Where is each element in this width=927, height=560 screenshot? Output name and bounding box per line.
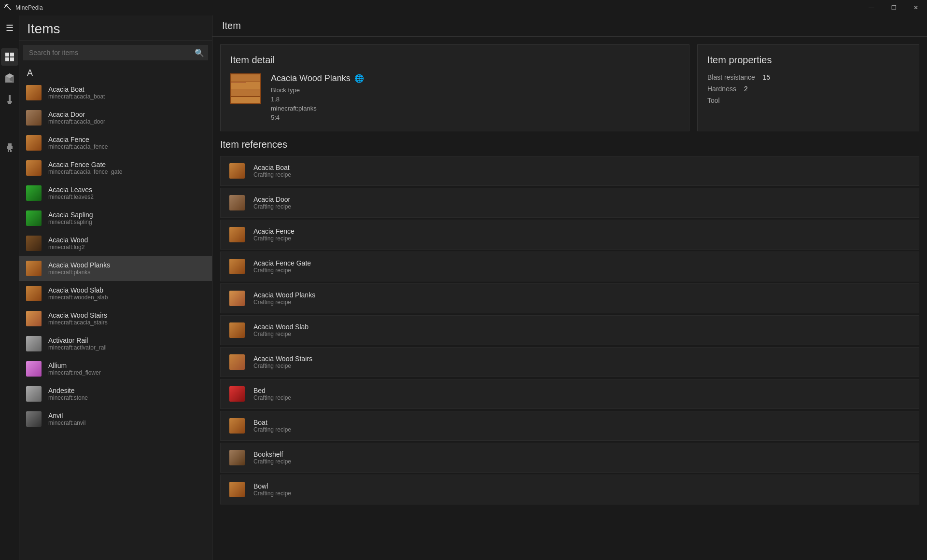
list-item-icon	[25, 285, 42, 302]
list-item-text: Acacia Leaves minecraft:leaves2	[48, 186, 94, 200]
list-item-text: Andesite minecraft:stone	[48, 387, 88, 401]
reference-item[interactable]: Acacia Boat Crafting recipe	[220, 156, 919, 186]
detail-row: Item detail	[220, 44, 919, 131]
reference-type: Crafting recipe	[253, 458, 291, 465]
reference-icon	[228, 449, 246, 466]
right-panel-content: Item detail	[212, 37, 927, 560]
item-detail-title: Item detail	[230, 55, 679, 66]
item-meta: Acacia Wood Planks 🌐 Block type 1.8 mine…	[271, 73, 364, 121]
sidebar-items-icon[interactable]	[1, 48, 18, 66]
list-item-name: Acacia Wood Planks	[48, 261, 110, 269]
reference-icon	[228, 162, 246, 180]
reference-type: Crafting recipe	[253, 331, 309, 337]
hardness-value: 2	[744, 85, 748, 93]
reference-text: Acacia Door Crafting recipe	[253, 196, 291, 210]
sidebar-block-icon[interactable]	[1, 70, 18, 87]
reference-type: Crafting recipe	[253, 490, 291, 497]
list-item[interactable]: Anvil minecraft:anvil	[19, 406, 212, 432]
reference-item[interactable]: Bed Crafting recipe	[220, 379, 919, 409]
list-item-id: minecraft:acacia_stairs	[48, 319, 108, 326]
reference-name: Acacia Wood Stairs	[253, 355, 312, 363]
list-item[interactable]: Acacia Wood Planks minecraft:planks	[19, 256, 212, 281]
search-container: 🔍	[19, 41, 212, 64]
list-item[interactable]: Acacia Fence minecraft:acacia_fence	[19, 130, 212, 155]
titlebar: ⛏ MinePedia — ❐ ✕	[0, 0, 927, 15]
item-version: 1.8	[271, 96, 364, 103]
reference-text: Acacia Boat Crafting recipe	[253, 164, 291, 178]
list-item-name: Acacia Wood Slab	[48, 286, 108, 294]
minimize-button[interactable]: —	[860, 0, 883, 15]
list-item-icon	[25, 84, 42, 101]
list-item-text: Allium minecraft:red_flower	[48, 362, 101, 376]
titlebar-controls: — ❐ ✕	[860, 0, 927, 15]
list-item[interactable]: Acacia Wood Slab minecraft:wooden_slab	[19, 281, 212, 306]
item-name: Acacia Wood Planks 🌐	[271, 73, 364, 84]
list-item[interactable]: Allium minecraft:red_flower	[19, 356, 212, 381]
blast-resistance-row: Blast resistance 15	[707, 73, 909, 81]
list-item[interactable]: Acacia Boat minecraft:acacia_boat	[19, 80, 212, 105]
list-item-id: minecraft:activator_rail	[48, 344, 107, 351]
item-id: minecraft:planks	[271, 105, 364, 112]
maximize-button[interactable]: ❐	[883, 0, 905, 15]
search-button[interactable]: 🔍	[195, 48, 204, 57]
reference-text: Boat Crafting recipe	[253, 419, 291, 433]
list-item-icon	[25, 109, 42, 126]
list-item-icon	[25, 260, 42, 277]
list-item[interactable]: Activator Rail minecraft:activator_rail	[19, 331, 212, 356]
reference-type: Crafting recipe	[253, 171, 291, 178]
list-item-name: Andesite	[48, 387, 88, 394]
list-item[interactable]: Acacia Door minecraft:acacia_door	[19, 105, 212, 130]
list-item-id: minecraft:stone	[48, 394, 88, 401]
reference-icon	[228, 290, 246, 307]
svg-rect-3	[10, 57, 14, 61]
list-item-name: Allium	[48, 362, 101, 369]
item-detail-card: Item detail	[220, 44, 689, 131]
reference-item[interactable]: Acacia Wood Slab Crafting recipe	[220, 315, 919, 345]
reference-name: Bed	[253, 387, 291, 394]
item-detail-body: Acacia Wood Planks 🌐 Block type 1.8 mine…	[230, 73, 679, 121]
list-item-id: minecraft:planks	[48, 269, 110, 276]
list-item-name: Acacia Leaves	[48, 186, 94, 194]
sidebar-menu-icon[interactable]: ☰	[1, 19, 18, 37]
sidebar-tool-icon[interactable]	[1, 91, 18, 108]
reference-icon	[228, 322, 246, 339]
list-item-name: Acacia Wood	[48, 236, 88, 244]
item-data: 5:4	[271, 114, 364, 121]
list-item[interactable]: Acacia Sapling minecraft:sapling	[19, 206, 212, 231]
reference-name: Bowl	[253, 482, 291, 490]
list-item[interactable]: Acacia Leaves minecraft:leaves2	[19, 181, 212, 206]
reference-text: Acacia Wood Stairs Crafting recipe	[253, 355, 312, 369]
reference-name: Boat	[253, 419, 291, 426]
svg-rect-10	[8, 143, 12, 146]
reference-item[interactable]: Acacia Wood Stairs Crafting recipe	[220, 347, 919, 377]
reference-item[interactable]: Acacia Fence Gate Crafting recipe	[220, 252, 919, 281]
svg-rect-11	[8, 146, 11, 150]
sidebar-entity-icon[interactable]	[1, 139, 18, 156]
list-item-icon	[25, 335, 42, 352]
search-input[interactable]	[23, 45, 208, 60]
list-item[interactable]: Acacia Fence Gate minecraft:acacia_fence…	[19, 155, 212, 181]
reference-item[interactable]: Bookshelf Crafting recipe	[220, 443, 919, 473]
list-item[interactable]: Acacia Wood Stairs minecraft:acacia_stai…	[19, 306, 212, 331]
main-container: ☰	[0, 15, 927, 560]
reference-icon	[228, 258, 246, 275]
reference-item[interactable]: Acacia Wood Planks Crafting recipe	[220, 283, 919, 313]
list-item[interactable]: Andesite minecraft:stone	[19, 381, 212, 406]
reference-item[interactable]: Acacia Fence Crafting recipe	[220, 220, 919, 250]
reference-type: Crafting recipe	[253, 235, 295, 242]
reference-name: Acacia Fence Gate	[253, 259, 311, 267]
close-button[interactable]: ✕	[905, 0, 927, 15]
svg-rect-22	[231, 82, 246, 83]
tool-label: Tool	[707, 97, 720, 104]
reference-name: Acacia Boat	[253, 164, 291, 171]
reference-item[interactable]: Bowl Crafting recipe	[220, 475, 919, 504]
list-item[interactable]: Acacia Wood minecraft:log2	[19, 231, 212, 256]
svg-rect-20	[231, 96, 260, 97]
list-item-icon	[25, 385, 42, 403]
svg-rect-9	[8, 103, 11, 104]
svg-rect-7	[9, 95, 11, 102]
list-item-text: Acacia Wood minecraft:log2	[48, 236, 88, 251]
reference-item[interactable]: Boat Crafting recipe	[220, 411, 919, 441]
reference-item[interactable]: Acacia Door Crafting recipe	[220, 188, 919, 218]
globe-icon: 🌐	[354, 74, 364, 83]
